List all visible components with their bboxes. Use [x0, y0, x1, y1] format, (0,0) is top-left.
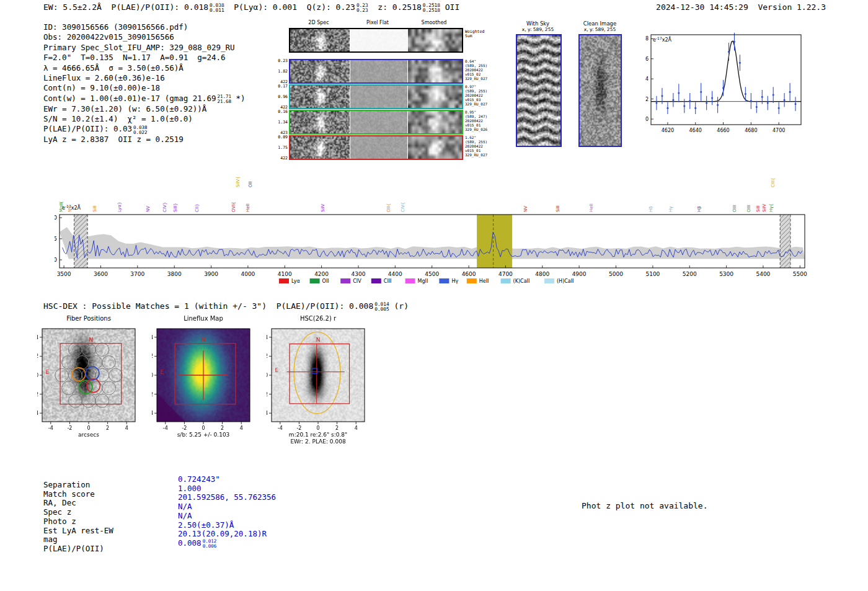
stacked-uncertainty: 0.0120.006: [203, 539, 217, 548]
spec2d-exposure-row: [289, 135, 463, 160]
clean-image: [578, 34, 622, 147]
svg-text:OIII: OIII: [746, 205, 751, 212]
text-segment: HSC-DEX : Possible Matches = 1 (within +…: [43, 301, 373, 311]
detection-info-block: ID: 3090156566 (3090156566.pdf)Obs: 2020…: [43, 22, 246, 145]
svg-text:4600: 4600: [462, 271, 476, 277]
stacked-uncertainty: 21.7121.68: [217, 94, 231, 104]
match-row-label: Photo z: [43, 517, 113, 527]
svg-text:-2: -2: [67, 425, 72, 431]
svg-text:4: 4: [645, 76, 649, 82]
svg-text:0: 0: [55, 257, 57, 263]
svg-text:3600: 3600: [94, 271, 108, 277]
spec2d-cutout-panel: 2D SpecPixel FlatSmoothedWeightedSum0.23…: [277, 19, 525, 164]
text-segment: Obs: 20200422v015_3090156566: [43, 32, 174, 42]
svg-text:3900: 3900: [204, 271, 218, 277]
text-segment: LyA z = 2.8387 OII z = 0.2519: [43, 135, 184, 144]
spec2d-column-header: Smoothed: [422, 20, 447, 25]
svg-text:CIII: CIII: [384, 278, 392, 284]
info-line: LyA z = 2.8387 OII z = 0.2519: [43, 135, 246, 144]
match-table-values: 0.724243"1.000201.592586, 55.762356N/AN/…: [178, 475, 276, 549]
spec2d-spec-image: [290, 29, 350, 51]
svg-text:OIII: OIII: [732, 205, 737, 212]
elixer-report: EW: 5.5±2.2Å P(LAE)/P(OII): 0.0180.0380.…: [0, 0, 868, 591]
match-row-label: mag: [43, 535, 113, 544]
svg-text:NV: NV: [68, 206, 73, 212]
clean-image-coords: x, y: 589, 255: [570, 27, 629, 32]
spec2d-flat-image: [350, 86, 407, 108]
svg-text:-2: -2: [182, 425, 187, 431]
svg-text:-2: -2: [267, 392, 268, 398]
svg-text:E: E: [275, 367, 279, 373]
match-row-label: Spec z: [43, 508, 113, 517]
spec2d-flat-image: [350, 29, 407, 51]
info-line: Obs: 20200422v015_3090156566: [43, 32, 246, 42]
text-segment: Cont(n) = 9.10(±0.00)e-18: [43, 83, 160, 92]
stacked-uncertainty: 0.0380.022: [133, 125, 148, 135]
svg-text:5500: 5500: [793, 271, 807, 277]
spec2d-row-meta: 0.97"(589, 255)20200422v015_03329_RU_027: [465, 85, 487, 106]
spec2d-row-stats: 0.091.75422: [277, 135, 288, 160]
svg-text:6: 6: [645, 56, 649, 62]
spec2d-exposure-row: [289, 59, 463, 84]
svg-text:-2: -2: [152, 392, 153, 398]
svg-text:3700: 3700: [130, 271, 144, 277]
spec2d-smooth-image: [408, 60, 462, 82]
svg-text:(H)CaII: (H)CaII: [557, 278, 574, 284]
info-line: λ = 4666.65Å σ = 3.50(±0.56)Å: [43, 63, 246, 73]
svg-text:HeII: HeII: [589, 203, 594, 212]
spec2d-smooth-image: [408, 29, 462, 51]
svg-text:4100: 4100: [278, 271, 292, 277]
hsc-dex-summary-line: HSC-DEX : Possible Matches = 1 (within +…: [43, 301, 409, 312]
text-segment: S/N = 10.2(±1.4) χ² = 1.0(±0.0): [43, 114, 193, 123]
svg-text:3500: 3500: [57, 271, 71, 277]
info-line: Cont(w) = 1.00(±0.01)e-17 (gmag 21.6921.…: [43, 94, 246, 104]
svg-text:-2: -2: [296, 425, 301, 431]
svg-text:4200: 4200: [314, 271, 329, 277]
svg-text:4800: 4800: [535, 271, 549, 277]
header-summary-line: EW: 5.5±2.2Å P(LAE)/P(OII): 0.0180.0380.…: [43, 2, 459, 13]
info-line: ID: 3090156566 (3090156566.pdf): [43, 22, 246, 32]
text-segment: EWr = 7.30(±1.20) (w: 6.50(±0.92))Å: [43, 104, 206, 113]
svg-text:Hγ: Hγ: [668, 207, 673, 212]
svg-text:CIV}: CIV}: [162, 202, 167, 212]
spec2d-spec-image: [290, 136, 350, 159]
text-segment: *): [231, 94, 246, 103]
svg-text:(K)CaII: (K)CaII: [513, 278, 530, 284]
svg-text:-2: -2: [37, 392, 38, 398]
hsc-cutout-xlabel: m:20.1 re:2.6" s:0.8": [272, 432, 365, 438]
svg-text:4500: 4500: [425, 271, 439, 277]
svg-text:2: 2: [645, 97, 649, 102]
fiber-positions-xlabel: arcsecs: [42, 432, 135, 438]
text-segment: LineFlux = 2.60(±0.36)e-16: [43, 73, 165, 82]
svg-text:5300: 5300: [719, 271, 733, 277]
text-segment: F=2.0" T=0.135 N=1.17 A=0.91 g=24.6: [43, 53, 226, 62]
match-table-labels: SeparationMatch scoreRA, DecSpec zPhoto …: [43, 481, 113, 554]
spec2d-row-stats: 0.161.34423: [277, 110, 288, 135]
info-line: EWr = 7.30(±1.20) (w: 6.50(±0.92))Å: [43, 104, 246, 114]
spec2d-flat-image: [350, 111, 407, 133]
svg-text:4620: 4620: [662, 128, 674, 133]
svg-text:2: 2: [267, 353, 268, 359]
svg-text:E: E: [46, 369, 50, 375]
svg-text:2: 2: [221, 425, 224, 431]
svg-text:-4: -4: [152, 411, 153, 416]
svg-text:CII}: CII}: [195, 204, 200, 212]
svg-text:OII: OII: [248, 181, 253, 187]
stacked-uncertainty: 0.25180.2518: [423, 3, 440, 13]
svg-text:N: N: [316, 337, 321, 343]
svg-text:0: 0: [37, 373, 38, 378]
info-line: LineFlux = 2.60(±0.36)e-16: [43, 73, 246, 83]
svg-text:SiII}: SiII}: [173, 203, 178, 212]
svg-text:-4: -4: [37, 411, 38, 416]
svg-text:Hβ: Hβ: [697, 206, 702, 212]
svg-text:E: E: [161, 369, 164, 375]
svg-text:3800: 3800: [167, 271, 182, 277]
info-line: F=2.0" T=0.135 N=1.17 A=0.91 g=24.6: [43, 53, 246, 63]
spec2d-spec-image: [290, 86, 350, 108]
spec2d-flat-image: [350, 136, 407, 159]
spec2d-weighted-row: [289, 28, 463, 53]
svg-text:10: 10: [55, 215, 57, 221]
svg-text:4660: 4660: [717, 128, 729, 133]
spec2d-smooth-image: [408, 111, 462, 133]
stacked-uncertainty: 0.0140.005: [374, 302, 389, 312]
